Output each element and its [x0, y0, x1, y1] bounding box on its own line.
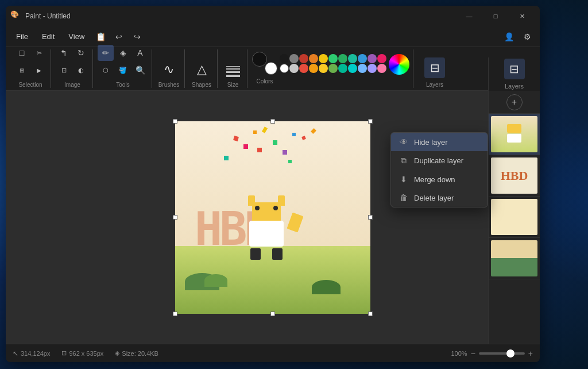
file-size-text: Size: 20.4KB: [122, 350, 158, 357]
swatch-amber[interactable]: [309, 64, 318, 73]
context-menu-item-duplicate[interactable]: ⧉ Duplicate layer: [391, 151, 488, 170]
swatch-light-red[interactable]: [299, 64, 308, 73]
swatch-gray[interactable]: [289, 54, 299, 63]
redo-icon[interactable]: ↪: [129, 29, 145, 45]
zoom-slider[interactable]: [479, 352, 525, 355]
settings-icon[interactable]: ⚙: [519, 29, 535, 45]
handle-mid-right[interactable]: [368, 215, 373, 220]
toolbar: □ ✂ ⊞ ▶ Selection ↰ ↻ ⊡ ◐ Image ✏ ◈ A ⬡: [6, 47, 540, 91]
clipboard-icon[interactable]: 📋: [92, 29, 109, 45]
image-label: Image: [64, 82, 80, 88]
layers-toolbar-icon[interactable]: ⊟: [424, 57, 445, 78]
minimize-button[interactable]: —: [456, 6, 482, 26]
select-3[interactable]: ⊞: [14, 62, 30, 78]
layer-item-3[interactable]: [489, 197, 540, 238]
primary-color[interactable]: [252, 52, 267, 67]
confetti-2: [253, 130, 257, 134]
swatch-lavender[interactable]: [368, 64, 377, 73]
swatch-light-yellow[interactable]: [319, 64, 328, 73]
secondary-color[interactable]: [265, 62, 277, 75]
layers-main-icon[interactable]: ⊟: [504, 59, 525, 79]
context-menu-item-hide[interactable]: 👁 Hide layer: [391, 133, 488, 151]
size-1[interactable]: [226, 66, 240, 67]
char-torso: [249, 221, 284, 247]
swatch-black[interactable]: [280, 54, 289, 63]
handle-top-center[interactable]: [270, 119, 275, 124]
rotate-tool[interactable]: ↻: [73, 45, 89, 61]
undo-icon[interactable]: ↩: [111, 29, 127, 45]
context-menu-item-merge[interactable]: ⬇ Merge down: [391, 170, 488, 189]
bucket-tool[interactable]: 🪣: [115, 62, 131, 78]
layer-thumb-content-1: [491, 116, 537, 152]
swatch-green[interactable]: [328, 54, 338, 63]
crop-tool[interactable]: ↰: [56, 45, 72, 61]
cursor-icon: ↖: [13, 349, 18, 358]
close-button[interactable]: ✕: [509, 6, 535, 26]
swatch-light-pink[interactable]: [377, 64, 386, 73]
layers-toolbar-label: Layers: [426, 82, 443, 88]
color-selector[interactable]: [252, 52, 277, 75]
swatch-purple[interactable]: [368, 54, 377, 63]
selection-tools: □ ✂ ⊞ ▶: [14, 45, 47, 78]
resize-tool[interactable]: ⊡: [56, 62, 72, 78]
flip-tool[interactable]: ◐: [73, 62, 89, 78]
handle-bot-center[interactable]: [270, 312, 275, 316]
zoom-plus-button[interactable]: +: [528, 349, 533, 358]
menu-edit[interactable]: Edit: [36, 30, 60, 43]
handle-top-left[interactable]: [173, 119, 177, 124]
menu-file[interactable]: File: [10, 30, 34, 43]
fill-tool[interactable]: ◈: [115, 45, 131, 61]
handle-bot-right[interactable]: [368, 312, 373, 316]
swatch-light-green[interactable]: [328, 64, 338, 73]
menu-view[interactable]: View: [63, 30, 90, 43]
maximize-button[interactable]: □: [482, 6, 509, 26]
layer-item-1[interactable]: [489, 114, 540, 155]
handle-mid-left[interactable]: [173, 215, 177, 220]
eraser-tool[interactable]: ⬡: [98, 62, 114, 78]
zoom-minus-button[interactable]: −: [471, 349, 475, 358]
zoom-tool[interactable]: 🔍: [132, 62, 148, 78]
layers-main-label: Layers: [505, 83, 524, 90]
swatch-cyan[interactable]: [348, 64, 357, 73]
size-label: Size: [227, 82, 238, 88]
swatch-yellow[interactable]: [319, 54, 328, 63]
size-3[interactable]: [226, 71, 240, 73]
add-layer-button[interactable]: +: [506, 94, 523, 110]
swatch-orange[interactable]: [309, 54, 318, 63]
select-4[interactable]: ▶: [31, 62, 47, 78]
toolbar-layers-group: ⊟ Layers: [415, 49, 455, 88]
layer-item-2[interactable]: HBD: [489, 155, 540, 197]
context-menu-item-delete[interactable]: 🗑 Delete layer: [391, 189, 488, 207]
swatch-dark-green[interactable]: [338, 54, 347, 63]
size-2[interactable]: [226, 68, 240, 70]
color-picker-button[interactable]: [389, 54, 409, 75]
swatch-blue[interactable]: [358, 54, 367, 63]
swatch-mint[interactable]: [338, 64, 347, 73]
swatch-red[interactable]: [299, 54, 308, 63]
swatch-pink[interactable]: [377, 54, 386, 63]
swatch-light-gray[interactable]: [289, 64, 299, 73]
canvas-wrapper[interactable]: HBD: [175, 121, 370, 314]
user-icon[interactable]: 👤: [501, 29, 517, 45]
layer-item-4[interactable]: [489, 238, 540, 279]
select-rect-tool[interactable]: □: [14, 45, 30, 61]
char-head: [252, 202, 281, 222]
pencil-tool[interactable]: ✏: [98, 45, 114, 61]
size-4[interactable]: [226, 75, 240, 77]
main-canvas[interactable]: HBD: [175, 121, 370, 314]
handle-bot-left[interactable]: [173, 312, 177, 316]
swatch-light-blue[interactable]: [358, 64, 367, 73]
thumb-char: [507, 124, 521, 144]
hide-icon: 👁: [399, 137, 408, 147]
swatch-white[interactable]: [280, 64, 289, 73]
text-tool[interactable]: A: [132, 45, 148, 61]
delete-label: Delete layer: [414, 194, 454, 202]
select-free-tool[interactable]: ✂: [31, 45, 47, 61]
zoom-thumb[interactable]: [506, 349, 514, 358]
confetti-9: [224, 156, 229, 160]
shapes-icon[interactable]: △: [197, 62, 207, 77]
swatch-teal[interactable]: [348, 54, 357, 63]
handle-top-right[interactable]: [368, 119, 373, 124]
thumb-head: [507, 124, 521, 133]
brush-icon[interactable]: ∿: [164, 62, 174, 77]
